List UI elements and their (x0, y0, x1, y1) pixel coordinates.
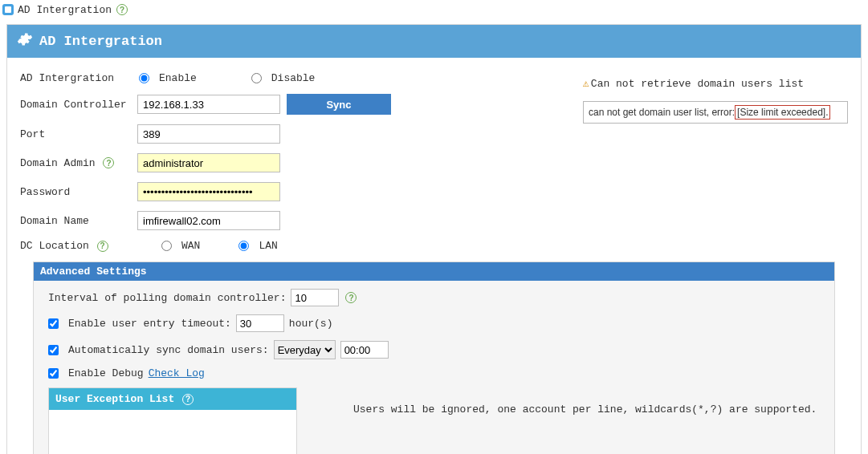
advanced-header: Advanced Settings (34, 262, 834, 281)
warning-block: ⚠Can not retrieve domain users list can … (583, 77, 848, 124)
panel-header: AD Intergration (7, 25, 861, 58)
radio-disable-label: Disable (271, 72, 316, 84)
breadcrumb-title: AD Intergration (18, 4, 112, 16)
checkbox-auto-sync[interactable] (48, 345, 59, 355)
radio-wan[interactable] (161, 241, 172, 251)
radio-enable[interactable] (139, 73, 149, 83)
label-domain-name: Domain Name (20, 215, 137, 227)
password-input[interactable] (137, 182, 280, 201)
error-box: can not get domain user list, error:[Siz… (583, 101, 848, 124)
label-port: Port (20, 128, 137, 140)
help-icon[interactable]: ? (182, 394, 194, 405)
interval-input[interactable] (291, 289, 339, 306)
label-domain-controller: Domain Controller (20, 99, 137, 111)
exception-title: User Exception List (55, 393, 174, 405)
radio-lan-label: LAN (259, 240, 277, 252)
sync-button[interactable]: Sync (287, 94, 391, 115)
exception-note: Users will be ignored, one account per l… (297, 387, 817, 415)
panel-title: AD Intergration (39, 34, 162, 49)
breadcrumb: AD Intergration ? (0, 0, 868, 19)
label-interval: Interval of polling domain controller: (48, 292, 286, 304)
radio-enable-label: Enable (159, 72, 197, 84)
radio-disable[interactable] (251, 73, 262, 83)
label-password: Password (20, 186, 137, 198)
error-prefix: can not get domain user list, error: (589, 107, 735, 118)
sync-day-select[interactable]: Everyday (274, 340, 336, 359)
label-auto-sync: Automatically sync domain users: (68, 344, 269, 356)
timeout-input[interactable] (236, 314, 284, 332)
label-domain-admin: Domain Admin ? (20, 157, 137, 169)
label-dc-location: DC Location ? (20, 240, 137, 252)
sync-time-input[interactable] (340, 341, 389, 359)
radio-wan-label: WAN (181, 240, 200, 252)
gear-icon (17, 31, 33, 51)
label-debug: Enable Debug (68, 367, 144, 379)
warning-icon: ⚠ (583, 78, 589, 90)
advanced-settings: Advanced Settings Interval of polling do… (33, 261, 835, 454)
main-panel: AD Intergration ⚠Can not retrieve domain… (6, 24, 862, 454)
help-icon[interactable]: ? (97, 241, 108, 252)
exception-textarea[interactable] (49, 410, 296, 454)
check-log-link[interactable]: Check Log (149, 367, 205, 379)
help-icon[interactable]: ? (345, 292, 357, 303)
svg-rect-1 (5, 6, 11, 13)
timeout-unit: hour(s) (289, 318, 333, 330)
label-ad-integration: AD Intergration (20, 72, 137, 84)
radio-lan[interactable] (238, 241, 249, 251)
port-input[interactable] (137, 124, 280, 144)
label-timeout: Enable user entry timeout: (68, 318, 231, 330)
checkbox-debug[interactable] (48, 368, 59, 379)
exception-list: User Exception List ? (48, 387, 297, 454)
help-icon[interactable]: ? (116, 4, 128, 15)
checkbox-timeout[interactable] (48, 318, 59, 329)
app-icon (2, 3, 14, 16)
domain-name-input[interactable] (137, 211, 280, 230)
help-icon[interactable]: ? (103, 157, 114, 168)
domain-controller-input[interactable] (137, 95, 280, 114)
warning-text: Can not retrieve domain users list (591, 78, 804, 90)
domain-admin-input[interactable] (137, 153, 280, 172)
error-highlight: [Size limit exceeded]. (735, 105, 830, 120)
